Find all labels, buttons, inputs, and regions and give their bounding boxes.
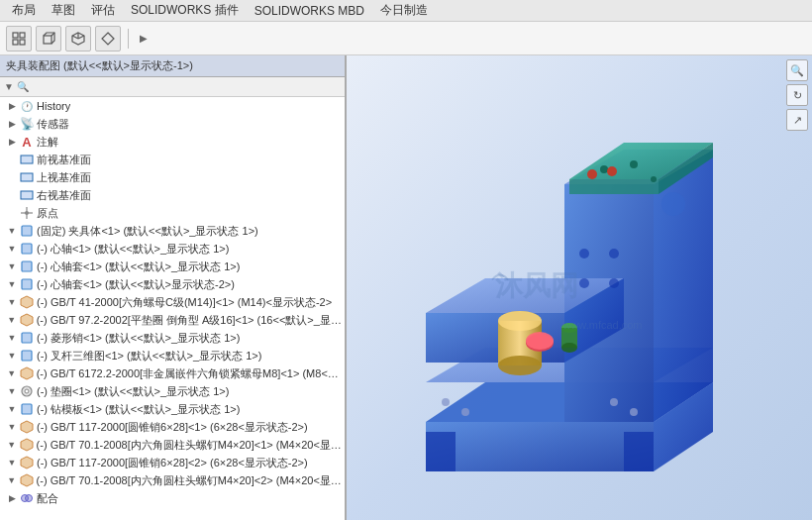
tree-item-comp8[interactable]: ▼ (-) 叉杆三维图<1> (默认<<默认>_显示状态 1>) [0,347,345,364]
tree-item-sensor[interactable]: ▶ 📡 传感器 [0,115,345,133]
svg-marker-30 [21,439,33,451]
tree-item-top-plane[interactable]: ▶ 上视基准面 [0,168,345,186]
expand-comp14[interactable]: ▼ [6,457,18,468]
expand-mate[interactable]: ▶ [6,492,18,504]
expand-comp3[interactable]: ▼ [6,260,18,272]
viewport-rotate-btn[interactable]: ↻ [786,84,808,106]
filter-label: 🔍 [17,81,29,92]
toolbar-separator-1 [128,29,129,49]
tree-item-right-plane[interactable]: ▶ 右视基准面 [0,186,345,204]
svg-rect-13 [21,191,33,199]
comp2-icon [19,241,35,257]
viewport[interactable]: 沐风网 www.mfcad.com 🔍 ↻ ↗ [347,55,812,520]
comp10-icon [19,383,35,399]
expand-comp4[interactable]: ▼ [6,278,18,290]
svg-rect-2 [13,40,18,45]
tree-item-comp10[interactable]: ▼ (-) 垫圈<1> (默认<<默认>_显示状态 1>) [0,382,345,400]
comp4-icon [19,276,35,292]
toolbar-btn-cube[interactable] [65,26,91,52]
svg-point-45 [600,165,608,173]
svg-point-16 [25,211,29,215]
tree-item-comp5[interactable]: ▼ (-) GB/T 41-2000[六角螺母C级(M14)]<1> (M14)… [0,293,345,311]
comp3-icon [19,259,35,274]
svg-marker-67 [624,432,654,471]
expand-comp8[interactable]: ▼ [6,350,18,362]
expand-comp11[interactable]: ▼ [6,403,18,415]
svg-marker-31 [21,457,33,468]
tree-item-comp14[interactable]: ▼ (-) GB/T 117-2000[圆锥销6×28]<2> (6×28<显示… [0,454,345,471]
tree-item-comp12[interactable]: ▼ (-) GB/T 117-2000[圆锥销6×28]<1> (6×28<显示… [0,418,345,436]
sensor-icon: 📡 [19,116,35,132]
tree-item-comp9[interactable]: ▼ (-) GB/T 6172.2-2000[非金属嵌件六角锁紧螺母M8]<1>… [0,364,345,382]
svg-rect-11 [21,156,33,163]
tree-item-comp6[interactable]: ▼ (-) GB/T 97.2-2002[平垫圈 倒角型 A级16]<1> (1… [0,311,345,329]
viewport-expand-btn[interactable]: ↗ [786,109,808,131]
svg-marker-25 [21,367,33,379]
viewport-search-btn[interactable]: 🔍 [786,59,808,81]
tree-item-history[interactable]: ▶ 🕐 History [0,97,345,115]
comp13-label: (-) GB/T 70.1-2008[内六角圆柱头螺钉M4×20]<1> (M4… [37,438,343,453]
expand-comp5[interactable]: ▼ [6,296,18,308]
comp1-label: (固定) 夹具体<1> (默认<<默认>_显示状态 1>) [37,224,258,239]
tree-item-origin[interactable]: ▶ 原点 [0,204,345,222]
tree-item-annotation[interactable]: ▶ A 注解 [0,133,345,151]
expand-comp15[interactable]: ▼ [6,474,18,486]
tree-item-comp15[interactable]: ▼ (-) GB/T 70.1-2008[内六角圆柱头螺钉M4×20]<2> (… [0,471,345,489]
expand-comp6[interactable]: ▼ [6,314,18,326]
expand-comp7[interactable]: ▼ [6,332,18,344]
svg-point-68 [579,249,589,259]
comp3-label: (-) 心轴套<1> (默认<<默认>_显示状态 1>) [37,260,240,274]
comp2-label: (-) 心轴<1> (默认<<默认>_显示状态 1>) [37,242,229,257]
feature-tree[interactable]: ▶ 🕐 History ▶ 📡 传感器 ▶ A 注解 ▶ [0,97,345,520]
front-plane-icon [19,152,35,167]
svg-point-62 [442,398,450,406]
svg-rect-0 [13,33,18,38]
tree-item-comp11[interactable]: ▼ (-) 钻模板<1> (默认<<默认>_显示状态 1>) [0,400,345,418]
svg-point-65 [630,408,638,416]
mate-label: 配合 [37,491,58,506]
expand-comp2[interactable]: ▼ [6,243,18,255]
tree-item-comp1[interactable]: ▼ (固定) 夹具体<1> (默认<<默认>_显示状态 1>) [0,222,345,240]
tree-item-front-plane[interactable]: ▶ 前视基准面 [0,151,345,168]
expand-annotation[interactable]: ▶ [6,136,18,148]
menu-layout[interactable]: 布局 [4,0,44,21]
tree-item-comp7[interactable]: ▼ (-) 菱形销<1> (默认<<默认>_显示状态 1>) [0,329,345,347]
expand-comp12[interactable]: ▼ [6,421,18,433]
svg-rect-1 [20,33,25,38]
tree-item-comp13[interactable]: ▼ (-) GB/T 70.1-2008[内六角圆柱头螺钉M4×20]<1> (… [0,436,345,454]
menu-sw-mbd[interactable]: SOLIDWORKS MBD [247,2,372,20]
tree-item-comp4[interactable]: ▼ (-) 心轴套<1> (默认<<默认>显示状态-2>) [0,275,345,293]
tree-item-comp3[interactable]: ▼ (-) 心轴套<1> (默认<<默认>_显示状态 1>) [0,258,345,275]
comp12-label: (-) GB/T 117-2000[圆锥销6×28]<1> (6×28<显示状态… [37,420,308,435]
svg-line-9 [78,36,84,39]
expand-sensor[interactable]: ▶ [6,118,18,130]
expand-history[interactable]: ▶ [6,100,18,112]
expand-comp10[interactable]: ▼ [6,385,18,397]
menu-sketch[interactable]: 草图 [44,0,83,21]
toolbar-btn-diamond[interactable] [95,26,121,52]
expand-comp1[interactable]: ▼ [6,225,18,237]
svg-rect-23 [22,333,32,343]
toolbar: ▶ [0,22,812,55]
svg-point-47 [651,176,657,182]
svg-marker-66 [426,432,456,471]
tree-item-mate[interactable]: ▶ 配合 [0,489,345,507]
history-label: History [37,100,70,112]
svg-rect-24 [22,351,32,361]
comp7-label: (-) 菱形销<1> (默认<<默认>_显示状态 1>) [37,331,240,346]
toolbar-btn-grid[interactable] [6,26,32,52]
origin-icon [19,205,35,221]
menu-sw-plugin[interactable]: SOLIDWORKS 插件 [123,0,247,21]
expand-comp13[interactable]: ▼ [6,439,18,451]
tree-item-comp2[interactable]: ▼ (-) 心轴<1> (默认<<默认>_显示状态 1>) [0,240,345,258]
menu-today[interactable]: 今日制造 [372,0,436,21]
comp8-label: (-) 叉杆三维图<1> (默认<<默认>_显示状态 1>) [37,349,261,364]
comp15-icon [19,472,35,488]
toolbar-expand-arrow[interactable]: ▶ [136,31,152,46]
toolbar-btn-box[interactable] [36,26,61,52]
comp9-icon [19,365,35,381]
expand-comp9[interactable]: ▼ [6,367,18,379]
svg-rect-19 [22,261,32,271]
svg-point-69 [609,249,619,259]
menu-evaluate[interactable]: 评估 [83,0,123,21]
